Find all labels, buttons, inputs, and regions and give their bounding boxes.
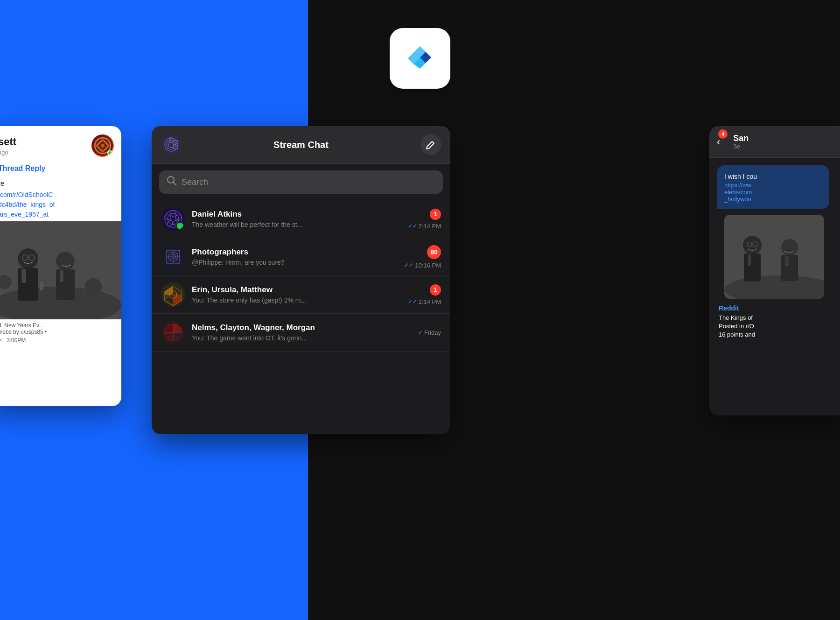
svg-point-67	[781, 239, 798, 256]
avatar	[91, 134, 114, 157]
edit-button[interactable]	[420, 134, 441, 155]
svg-rect-66	[748, 254, 751, 266]
svg-rect-22	[40, 282, 43, 290]
panel-left-header: sett ago	[0, 126, 121, 161]
panel-link[interactable]: .com/r/OldSchoolC dc4bd/the_kings_of ars…	[0, 188, 121, 221]
svg-rect-65	[744, 254, 761, 282]
panel-image	[0, 221, 121, 319]
chat-info: Erin, Ursula, Matthew You: The store onl…	[192, 285, 401, 304]
panel-chat: Stream Chat Search	[152, 126, 450, 434]
double-check-icon: ✓✓	[408, 298, 417, 305]
thread-reply-button[interactable]: Thread Reply	[0, 161, 114, 176]
panel-right-subtitle: Se	[733, 143, 749, 150]
single-check-icon: ✓	[418, 329, 423, 336]
svg-rect-16	[60, 270, 63, 282]
chat-info: Daniel Atkins The weather will be perfec…	[192, 210, 401, 228]
chat-preview: You: The store only has (gasp!) 2% m...	[192, 296, 401, 304]
svg-point-64	[743, 236, 762, 254]
chat-item[interactable]: Photographers @Philippe: Hmm, are you su…	[152, 238, 450, 276]
reddit-title: The Kings of Posted in r/O 16 points and	[719, 314, 840, 339]
svg-point-8	[101, 144, 105, 148]
svg-rect-23	[161, 134, 182, 155]
chat-bubble: I wish I cou https://ww elebs/com _holly…	[717, 165, 829, 209]
chat-name: Photographers	[192, 247, 398, 257]
chat-avatar	[161, 207, 185, 231]
svg-rect-69	[785, 256, 789, 266]
bubble-text: I wish I cou	[724, 172, 822, 182]
chat-time: ✓✓ 2:14 PM	[408, 298, 441, 305]
chat-item[interactable]: Daniel Atkins The weather will be perfec…	[152, 200, 450, 238]
flutter-logo	[390, 28, 450, 89]
chat-preview: The weather will be perfect for the st..…	[192, 221, 401, 228]
reddit-label: Reddit	[719, 304, 840, 312]
chat-meta: 80 ✓✓ 10:16 PM	[404, 245, 441, 269]
chat-meta: ✓ Friday	[418, 329, 441, 336]
bw-photo	[0, 221, 121, 319]
svg-line-31	[173, 182, 176, 185]
panel-left: sett ago Thread Reply re .com/r/OldSchoo…	[0, 126, 121, 406]
svg-rect-15	[56, 269, 75, 300]
bubble-link[interactable]: https://ww elebs/com _hollywoo	[724, 182, 822, 203]
header-badge: 4	[718, 129, 728, 139]
chat-item[interactable]: Nelms, Clayton, Wagner, Morgan You: The …	[152, 314, 450, 352]
chat-info: Nelms, Clayton, Wagner, Morgan You: The …	[192, 323, 412, 342]
panel-right-header: ‹ 4 San Se	[709, 126, 840, 158]
chat-header: Stream Chat	[152, 126, 450, 164]
double-check-icon: ✓✓	[408, 223, 417, 229]
chat-info: Photographers @Philippe: Hmm, are you su…	[192, 247, 398, 266]
svg-rect-7	[98, 141, 108, 151]
chat-avatar	[161, 282, 185, 307]
search-icon	[167, 176, 177, 189]
panel-left-title: sett	[0, 136, 16, 148]
chat-preview: @Philippe: Hmm, are you sure?	[192, 259, 398, 266]
chat-list: Daniel Atkins The weather will be perfec…	[152, 200, 450, 352]
panel-left-ago: ago	[0, 149, 16, 156]
chat-bubble-area: I wish I cou https://ww elebs/com _holly…	[709, 158, 840, 347]
chat-name: Nelms, Clayton, Wagner, Morgan	[192, 323, 412, 332]
chat-meta: 1 ✓✓ 2:14 PM	[408, 209, 441, 230]
chat-name: Erin, Ursula, Matthew	[192, 285, 401, 295]
online-indicator	[107, 150, 113, 156]
chat-title: Stream Chat	[182, 140, 420, 150]
svg-rect-68	[781, 255, 798, 281]
svg-point-20	[85, 278, 102, 295]
panel-right-title: San	[733, 134, 749, 143]
unread-badge: 1	[430, 209, 441, 220]
chat-time: ✓✓ 2:14 PM	[408, 223, 441, 230]
search-bar[interactable]: Search	[159, 170, 443, 194]
chat-meta: 1 ✓✓ 2:14 PM	[408, 284, 441, 305]
chat-image	[724, 215, 824, 299]
chat-preview: You: The game went into OT, it's gonn...	[192, 334, 412, 342]
svg-rect-12	[18, 268, 38, 301]
chat-header-avatar	[161, 134, 182, 155]
svg-point-6	[98, 141, 107, 150]
svg-point-14	[56, 252, 75, 270]
panel-text-re: re	[0, 176, 121, 188]
unread-badge: 1	[430, 284, 441, 296]
panel-right-title-area: San Se	[733, 134, 749, 150]
svg-point-41	[178, 224, 183, 229]
svg-rect-13	[21, 269, 26, 283]
svg-point-42	[178, 224, 183, 229]
reddit-card: Reddit The Kings of Posted in r/O 16 poi…	[717, 304, 840, 339]
chat-item[interactable]: Erin, Ursula, Matthew You: The store onl…	[152, 276, 450, 314]
chat-time: ✓✓ 10:16 PM	[404, 262, 441, 269]
svg-point-40	[178, 224, 183, 229]
chat-time: ✓ Friday	[418, 329, 441, 336]
chat-name: Daniel Atkins	[192, 210, 401, 219]
panel-footer: ✓ 3:00PM	[0, 336, 121, 345]
panel-right: ‹ 4 San Se I wish I cou https://ww elebs…	[709, 126, 840, 416]
search-placeholder: Search	[182, 177, 208, 187]
double-check-icon: ✓✓	[404, 262, 413, 268]
chat-avatar	[161, 245, 185, 269]
panel-caption: d. New Years Ev... elebs by u/usps85 •	[0, 319, 121, 336]
unread-badge: 80	[427, 245, 441, 259]
chat-avatar	[161, 320, 185, 345]
check-icon: ✓	[0, 337, 3, 344]
